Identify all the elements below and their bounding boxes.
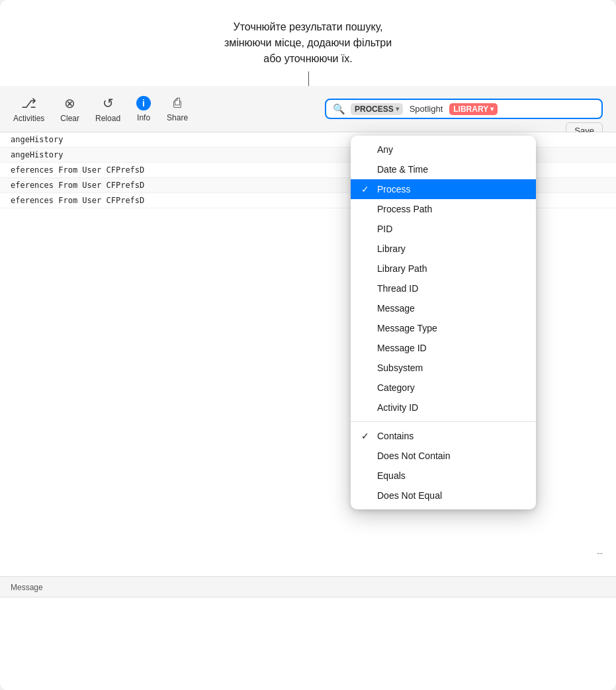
dash-indicator: -- <box>597 548 603 558</box>
dropdown-item-label: Date & Time <box>377 164 525 175</box>
info-icon: i <box>136 96 151 110</box>
dropdown-menu: AnyDate & Time✓ProcessProcess PathPIDLib… <box>351 136 536 509</box>
message-label: Message <box>11 583 43 592</box>
tooltip-line3: або уточнюючи їх. <box>224 51 392 67</box>
dropdown-item-does-not-equal[interactable]: Does Not Equal <box>351 486 536 505</box>
checkmark-icon: ✓ <box>361 431 372 441</box>
dropdown-item-message-id[interactable]: Message ID <box>351 338 536 358</box>
library-token-label: LIBRARY <box>453 105 488 114</box>
clear-label: Clear <box>60 114 79 123</box>
dropdown-item-label: Process Path <box>377 204 525 214</box>
toolbar: ⎇ Activities ⊗ Clear ↺ Reload i Info ⎙ S… <box>0 86 616 132</box>
dropdown-item-label: Process <box>377 184 525 194</box>
dropdown-item-any[interactable]: Any <box>351 140 536 159</box>
activities-icon: ⎇ <box>21 95 36 111</box>
dropdown-item-label: Library Path <box>377 263 525 274</box>
dropdown-section-match: ✓ContainsDoes Not ContainEqualsDoes Not … <box>351 421 536 509</box>
dropdown-item-label: Does Not Contain <box>377 451 525 461</box>
dropdown-item-message-type[interactable]: Message Type <box>351 318 536 338</box>
dropdown-item-label: Does Not Equal <box>377 490 525 501</box>
share-label: Share <box>167 113 188 122</box>
dropdown-item-label: Thread ID <box>377 283 525 294</box>
dropdown-item-process[interactable]: ✓Process <box>351 179 536 199</box>
dropdown-item-thread-id[interactable]: Thread ID <box>351 279 536 298</box>
main-window: Уточнюйте результати пошуку, змінюючи мі… <box>0 0 616 690</box>
dropdown-section-fields: AnyDate & Time✓ProcessProcess PathPIDLib… <box>351 136 536 421</box>
dropdown-item-category[interactable]: Category <box>351 378 536 398</box>
dropdown-item-label: Message Type <box>377 323 525 333</box>
activities-label: Activities <box>13 114 44 123</box>
dropdown-item-process-path[interactable]: Process Path <box>351 199 536 219</box>
dropdown-item-label: Library <box>377 243 525 254</box>
reload-label: Reload <box>95 114 120 123</box>
dropdown-item-label: Contains <box>377 431 525 441</box>
reload-button[interactable]: ↺ Reload <box>95 95 120 123</box>
dropdown-item-equals[interactable]: Equals <box>351 466 536 486</box>
info-button[interactable]: i Info <box>136 96 151 122</box>
tooltip-line2: змінюючи місце, додаючи фільтри <box>224 35 392 51</box>
process-token-label: PROCESS <box>355 105 394 114</box>
dropdown-item-library[interactable]: Library <box>351 239 536 259</box>
share-icon: ⎙ <box>173 95 181 110</box>
process-token-chevron: ▾ <box>396 105 399 112</box>
clear-button[interactable]: ⊗ Clear <box>60 95 79 123</box>
activities-button[interactable]: ⎇ Activities <box>13 95 44 123</box>
library-token-chevron: ▾ <box>490 105 494 112</box>
dropdown-item-label: Equals <box>377 470 525 481</box>
dropdown-item-label: Category <box>377 382 525 393</box>
share-button[interactable]: ⎙ Share <box>167 95 188 122</box>
dropdown-item-contains[interactable]: ✓Contains <box>351 426 536 446</box>
process-token[interactable]: PROCESS ▾ <box>351 103 403 115</box>
message-label-row: Message <box>0 576 616 597</box>
dropdown-item-subsystem[interactable]: Subsystem <box>351 358 536 378</box>
dropdown-item-label: Subsystem <box>377 363 525 373</box>
dropdown-item-library-path[interactable]: Library Path <box>351 259 536 279</box>
spotlight-label: Spotlight <box>406 103 447 115</box>
dropdown-item-label: Any <box>377 144 525 155</box>
tooltip-line1: Уточнюйте результати пошуку, <box>224 19 392 35</box>
dropdown-item-label: Activity ID <box>377 402 525 413</box>
search-bar[interactable]: 🔍 PROCESS ▾ Spotlight LIBRARY ▾ <box>325 99 603 119</box>
dropdown-item-message[interactable]: Message <box>351 298 536 318</box>
dropdown-item-label: Message <box>377 303 525 314</box>
reload-icon: ↺ <box>103 95 114 111</box>
clear-icon: ⊗ <box>64 95 75 111</box>
dropdown-item-pid[interactable]: PID <box>351 219 536 239</box>
dropdown-item-date-&-time[interactable]: Date & Time <box>351 159 536 179</box>
checkmark-icon: ✓ <box>361 184 372 194</box>
library-token[interactable]: LIBRARY ▾ <box>449 103 498 115</box>
info-label: Info <box>137 113 150 122</box>
dropdown-item-does-not-contain[interactable]: Does Not Contain <box>351 446 536 466</box>
dropdown-item-label: Message ID <box>377 343 525 353</box>
search-icon: 🔍 <box>330 103 348 115</box>
dropdown-item-label: PID <box>377 224 525 234</box>
dropdown-item-activity-id[interactable]: Activity ID <box>351 398 536 417</box>
